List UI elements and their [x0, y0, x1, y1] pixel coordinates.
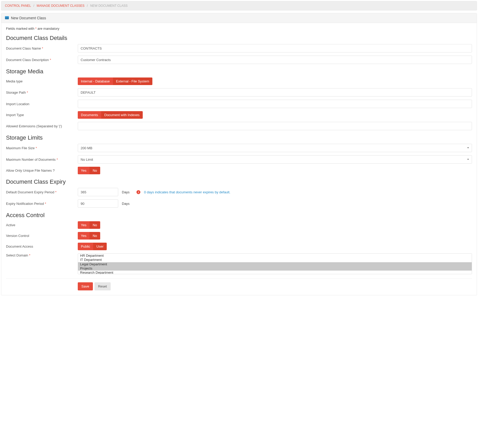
media-type-internal[interactable]: Internal - Database	[78, 77, 113, 85]
domain-multiselect[interactable]: HR DepartmentIT DepartmentLegal Departme…	[78, 253, 472, 274]
section-access-title: Access Control	[6, 212, 472, 219]
import-type-documents[interactable]: Documents	[78, 111, 101, 119]
panel-header: New Document Class	[1, 13, 477, 23]
mandatory-note: Fields marked with * are mandatory	[6, 27, 472, 31]
document-access-public[interactable]: Public	[78, 243, 93, 250]
import-type-toggle: Documents Document with Indexes	[78, 111, 143, 119]
breadcrumb-link-control-panel[interactable]: CONTROL PANEL	[5, 4, 31, 8]
active-no[interactable]: No	[89, 221, 100, 229]
section-storage-media-title: Storage Media	[6, 68, 472, 75]
domain-option[interactable]: HR Department	[78, 254, 472, 258]
storage-path-input[interactable]	[78, 88, 472, 97]
domain-option[interactable]: Projects	[78, 266, 472, 271]
label-storage-path: Storage Path *	[6, 91, 78, 94]
unique-names-no[interactable]: No	[89, 167, 100, 174]
save-button[interactable]: Save	[78, 282, 93, 290]
import-type-with-indexes[interactable]: Document with Indexes	[101, 111, 143, 119]
breadcrumb-link-manage[interactable]: MANAGE DOCUMENT CLASSES	[37, 4, 85, 8]
allowed-ext-input[interactable]	[78, 122, 472, 130]
label-select-domain: Select Domain *	[6, 253, 78, 257]
folder-open-icon	[5, 16, 9, 20]
label-import-type: Import Type	[6, 113, 78, 117]
active-yes[interactable]: Yes	[78, 221, 89, 229]
mandatory-suffix: are mandatory	[37, 27, 59, 31]
active-toggle: Yes No	[78, 221, 100, 229]
max-file-size-select[interactable]: 200 MB	[78, 144, 472, 152]
expiry-hint: 0 days indicates that documents never ex…	[144, 190, 230, 194]
label-max-file-size: Maximum File Size *	[6, 146, 78, 150]
label-description: Document Class Description *	[6, 58, 78, 62]
main-panel: New Document Class Fields marked with * …	[1, 13, 477, 295]
domain-option[interactable]: IT Department	[78, 258, 472, 262]
label-import-location: Import Location	[6, 102, 78, 106]
label-expiry-notif: Expiry Notification Period *	[6, 202, 78, 206]
version-control-yes[interactable]: Yes	[78, 232, 89, 240]
description-input[interactable]	[78, 56, 472, 64]
label-max-docs: Maximum Number of Documents *	[6, 158, 78, 162]
domain-option[interactable]: Research Department	[78, 271, 472, 274]
section-expiry-title: Document Class Expiry	[6, 178, 472, 185]
breadcrumb-current: NEW DOCUMENT CLASS	[90, 4, 128, 8]
max-docs-select[interactable]: No Limit	[78, 155, 472, 164]
days-suffix-2: Days	[122, 202, 133, 206]
label-allowed-ext: Allowed Extensions (Separated by '|')	[6, 124, 78, 128]
breadcrumb-sep: /	[33, 4, 34, 8]
name-input[interactable]	[78, 44, 472, 52]
section-storage-limits-title: Storage Limits	[6, 134, 472, 141]
media-type-toggle: Internal - Database External - File Syst…	[78, 77, 152, 85]
section-details-title: Document Class Details	[6, 35, 472, 41]
unique-names-yes[interactable]: Yes	[78, 167, 89, 174]
version-control-toggle: Yes No	[78, 232, 100, 240]
divider	[6, 278, 472, 279]
label-unique-names: Allow Only Unique File Names ?	[6, 169, 78, 172]
form-actions: Save Reset	[78, 282, 472, 290]
expiry-notif-input[interactable]	[78, 199, 118, 208]
document-access-toggle: Public User	[78, 243, 107, 250]
document-access-user[interactable]: User	[93, 243, 106, 250]
domain-option[interactable]: Legal Department	[78, 262, 472, 266]
unique-names-toggle: Yes No	[78, 167, 100, 174]
reset-button[interactable]: Reset	[94, 282, 111, 290]
import-location-input[interactable]	[78, 100, 472, 108]
label-default-expiry: Default Document Expiry Period *	[6, 190, 78, 194]
label-document-access: Document Access	[6, 244, 78, 248]
media-type-external[interactable]: External - File System	[113, 77, 152, 85]
panel-title: New Document Class	[11, 16, 46, 20]
info-icon: i	[136, 190, 140, 194]
label-name: Document Class Name *	[6, 46, 78, 50]
label-version-control: Version Control	[6, 234, 78, 238]
days-suffix-1: Days	[122, 190, 133, 194]
breadcrumb-sep: /	[87, 4, 88, 8]
default-expiry-input[interactable]	[78, 188, 118, 196]
label-media-type: Media type	[6, 79, 78, 83]
breadcrumb: CONTROL PANEL / MANAGE DOCUMENT CLASSES …	[1, 1, 477, 10]
label-active: Active	[6, 223, 78, 227]
version-control-no[interactable]: No	[89, 232, 100, 240]
mandatory-prefix: Fields marked with	[6, 27, 35, 31]
